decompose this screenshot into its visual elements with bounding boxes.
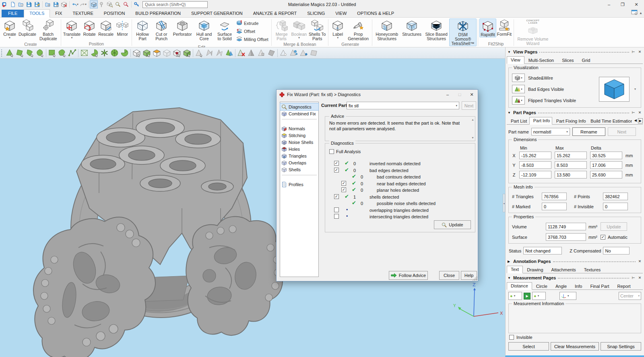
close-panel-icon[interactable]: ✕ [638, 50, 642, 54]
close-dialog-button[interactable]: Close [439, 271, 459, 280]
tab-report[interactable]: Report [613, 283, 635, 290]
select-plane-button[interactable] [15, 48, 25, 58]
tab-part-fixing-info[interactable]: Part Fixing Info [552, 117, 587, 125]
tab-scroll-left-icon[interactable]: ◀ [634, 118, 638, 123]
menu-tab-tools[interactable]: TOOLS [24, 9, 50, 18]
update-diagnostics-button[interactable]: Update [434, 220, 471, 229]
volume-value[interactable]: 1128.749 [546, 223, 586, 230]
snap-settings-button[interactable]: Snap Settings [601, 342, 641, 351]
y-max-value[interactable]: 8.503 [555, 161, 587, 169]
invisible-value[interactable]: 0 [603, 203, 628, 210]
shade-wire-button[interactable]: ▾ [512, 74, 525, 82]
unload-part-button[interactable] [60, 0, 68, 8]
close-panel-icon[interactable]: ✕ [638, 276, 642, 280]
wizard-page-noise-shells[interactable]: Noise Shells [280, 139, 318, 146]
measure-tool-button[interactable] [98, 0, 106, 8]
select-solid-button[interactable] [182, 48, 192, 58]
window-select-button[interactable] [47, 48, 57, 58]
ribbon-button-hollow-part[interactable]: Hollow Part [133, 18, 152, 41]
save-as-button[interactable] [33, 0, 41, 8]
clear-measurements-button[interactable]: Clear Measurements [551, 342, 599, 351]
pie-select-button[interactable] [109, 48, 120, 58]
collapse-icon[interactable]: ▼ [508, 276, 511, 280]
point-mode-combo-2[interactable]: ●▾ [532, 292, 546, 300]
close-panel-icon[interactable]: ✕ [638, 111, 642, 115]
sector-select-button[interactable] [120, 48, 130, 58]
wizard-page-normals[interactable]: Normals [280, 125, 318, 132]
quick-search-input[interactable]: Quick search (Shift+Q) [142, 1, 208, 8]
x-delta-value[interactable]: 30.525 [590, 152, 622, 159]
menu-tab-fix[interactable]: FIX [50, 10, 67, 17]
load-project-button[interactable] [44, 0, 52, 8]
ribbon-button-remove-volume-wizard[interactable]: CONCEPTLASERRemove Volume Wizard [515, 18, 551, 46]
ribbon-options-icon[interactable] [631, 10, 638, 16]
window-inverse-select-button[interactable] [79, 48, 89, 58]
dialog-minimize-button[interactable]: – [442, 90, 454, 99]
freeform-select-button[interactable] [57, 48, 67, 58]
menu-tab-position[interactable]: POSITION [99, 10, 130, 17]
select-shell-marked-button[interactable] [142, 48, 152, 58]
save-button[interactable] [25, 0, 33, 8]
diagnostic-checkbox[interactable] [334, 214, 339, 219]
dialog-titlebar[interactable]: Fix Wizard (Part: fix stl) > Diagnostics… [277, 90, 478, 99]
dialog-resize-grip[interactable] [473, 276, 477, 281]
wizard-page-stitching[interactable]: Stitching [280, 132, 318, 139]
tab-final-part[interactable]: Final Part [586, 283, 613, 290]
part-pages-header[interactable]: ▼ Part Pages ⊢ ✕ [508, 109, 642, 116]
new-scene-button[interactable] [9, 0, 17, 8]
annotation-pages-header[interactable]: ▶ Annotation Pages ✕ [508, 258, 642, 265]
ribbon-button-surface-to-solid[interactable]: Surface to Solid [215, 18, 235, 41]
measurement-pages-header[interactable]: ▼ Measurement Pages ⊢ ✕ [508, 275, 642, 281]
triangle-flat-button[interactable] [309, 48, 319, 58]
diagnostic-checkbox[interactable]: ✓ [341, 187, 346, 192]
ribbon-button-create[interactable]: Create▾ [2, 18, 18, 39]
ribbon-button-label[interactable]: ALabel▾ [330, 18, 346, 39]
x-max-value[interactable]: 15.262 [555, 152, 587, 159]
magics-logo-button[interactable] [1, 0, 9, 8]
tab-angle[interactable]: Angle [551, 283, 571, 290]
expand-icon[interactable]: ▶ [508, 260, 511, 263]
ribbon-button-hull-and-core[interactable]: Hull and Core [194, 18, 215, 41]
points-value[interactable]: 382462 [603, 193, 628, 200]
unzoom-button[interactable] [122, 0, 130, 8]
z-delta-value[interactable]: 25.690 [590, 171, 622, 178]
ribbon-button-extrude[interactable]: Extrude [236, 20, 268, 27]
ribbon-button-cut-or-punch[interactable]: Cut or Punch [152, 18, 171, 41]
dialog-close-icon[interactable]: ✕ [466, 90, 478, 99]
ribbon-button-boolean[interactable]: Boolean▾ [291, 18, 308, 39]
fix-pages-header[interactable]: ▶ Fix Pages ✕ [508, 354, 642, 357]
center-combo[interactable]: Center▾ [619, 292, 641, 300]
menu-tab-options-help[interactable]: OPTIONS & HELP [352, 10, 399, 17]
menu-tab-file[interactable]: FILE [2, 10, 24, 17]
flipped-triangles-visible-button[interactable]: ▾ [512, 96, 525, 105]
pin-icon[interactable]: ⊢ [631, 50, 636, 54]
surface-value[interactable]: 3768.703 [546, 233, 586, 241]
advice-scrollbar[interactable]: ▲▼ [471, 118, 474, 139]
ribbon-button-rescale[interactable]: Rescale [97, 18, 114, 37]
ribbon-button-rotate[interactable]: Rotate [81, 18, 97, 37]
menu-tab-texture[interactable]: TEXTURE [67, 10, 98, 17]
collapse-icon[interactable]: ▼ [508, 50, 511, 54]
tab-drawing[interactable]: Drawing [523, 266, 547, 273]
wizard-page-combined-fix[interactable]: Combined Fix [280, 110, 318, 117]
wizard-page-triangles[interactable]: Triangles [280, 152, 318, 159]
triangle-mark-blue-button[interactable] [224, 48, 234, 58]
part-name-combo[interactable]: normalstl▾ [531, 128, 570, 135]
restore-button[interactable]: ❐ [616, 0, 630, 9]
tab-slices[interactable]: Slices [558, 57, 578, 64]
redo-button[interactable]: ▾ [79, 0, 87, 8]
rename-button[interactable]: Rename [572, 127, 605, 136]
dialog-maximize-button[interactable]: □ [454, 90, 466, 99]
view-pages-header[interactable]: ▼ View Pages ⊢ ✕ [508, 49, 642, 55]
triangle-node-button[interactable] [279, 48, 289, 58]
diagnostic-checkbox[interactable] [334, 207, 339, 212]
expand-icon[interactable]: ▶ [508, 356, 511, 357]
ribbon-button-perforator[interactable]: Perforator [171, 18, 194, 37]
coordinate-mode-combo[interactable]: ▾ [559, 292, 576, 300]
triangle-flip-button[interactable] [214, 48, 224, 58]
pin-icon[interactable]: ⊢ [631, 276, 636, 280]
tab-part-info[interactable]: Part Info [529, 117, 552, 125]
menu-tab-analyze-report[interactable]: ANALYZE & REPORT [248, 10, 302, 17]
brush-select-button[interactable] [89, 48, 99, 58]
diagnostic-checkbox[interactable]: ✓ [334, 168, 339, 172]
